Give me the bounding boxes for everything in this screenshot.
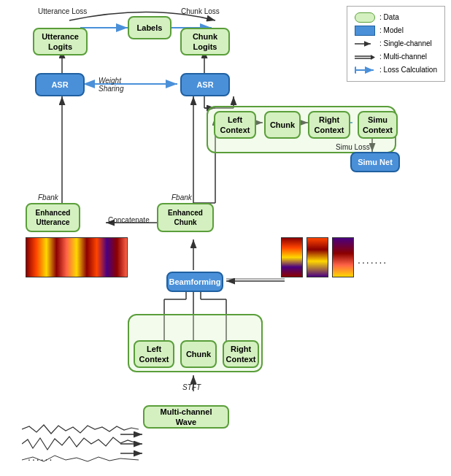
legend-data-shape <box>355 12 375 23</box>
legend-single-arrow-icon <box>355 39 375 49</box>
svg-marker-46 <box>371 55 375 60</box>
architecture-diagram: : Data : Model : Single-channel <box>0 0 451 476</box>
spectrogram-right-2 <box>307 237 328 277</box>
asr-right-box: ASR <box>180 73 230 96</box>
legend: : Data : Model : Single-channel <box>347 6 445 82</box>
right-context-top-box: RightContext <box>308 111 350 139</box>
dots-right: ....... <box>358 254 388 266</box>
weight-sharing-label: WeightSharing <box>99 77 123 93</box>
fbank-right-label: Fbank <box>171 193 192 201</box>
legend-multi-arrow-icon <box>355 52 375 62</box>
enhanced-chunk-box: EnhancedChunk <box>157 203 214 232</box>
spectrogram-right-3 <box>332 237 354 277</box>
chunk-top-box: Chunk <box>264 111 301 139</box>
labels-box: Labels <box>128 16 171 39</box>
fbank-left-label: Fbank <box>38 193 58 201</box>
legend-data-label: : Data <box>379 11 399 24</box>
simu-net-box: Simu Net <box>350 152 400 172</box>
legend-model-label: : Model <box>379 24 404 37</box>
simu-context-box: SimuContext <box>358 111 398 139</box>
chunk-logits-box: ChunkLogits <box>180 28 230 55</box>
utterance-loss-label: Utterance Loss <box>38 7 87 15</box>
utterance-logits-box: UtteranceLogits <box>33 28 88 55</box>
simu-loss-label: Simu Loss <box>336 143 370 151</box>
spectrogram-left <box>26 237 128 277</box>
legend-multi-label: : Multi-channel <box>379 50 427 64</box>
right-context-bottom-box: RightContext <box>223 340 259 368</box>
multi-channel-wave-box: Multi-channelWave <box>143 405 229 429</box>
enhanced-utterance-box: EnhancedUtterance <box>26 203 80 232</box>
left-context-top-box: LeftContext <box>214 111 256 139</box>
stft-label: STFT <box>182 383 201 391</box>
legend-loss-arrow-icon <box>355 65 375 75</box>
spectrogram-right-1 <box>281 237 303 277</box>
beamforming-box: Beamforming <box>166 272 223 292</box>
legend-model-shape <box>355 26 375 36</box>
dots-left: ...... <box>28 451 53 463</box>
chunk-loss-label: Chunk Loss <box>181 7 220 15</box>
concatenate-label: Concatenate <box>108 216 150 224</box>
chunk-bottom-box: Chunk <box>180 340 217 368</box>
left-context-bottom-box: LeftContext <box>134 340 174 368</box>
legend-loss-label: : Loss Calculation <box>379 64 437 77</box>
asr-left-box: ASR <box>35 73 85 96</box>
legend-single-label: : Single-channel <box>379 37 432 50</box>
